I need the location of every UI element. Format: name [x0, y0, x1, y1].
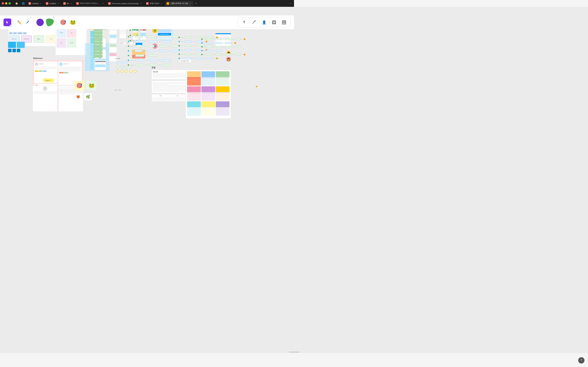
- title-bar: 🏠 🌐 F Untitled ✕ F Untitled ✕ F 96 ✕ F 5…: [0, 0, 294, 7]
- right-toolbar-sep-1: [249, 20, 249, 25]
- sticker-tools-group: 🎯 🐸: [59, 18, 77, 27]
- figma-favicon: F: [46, 2, 48, 5]
- tab-label: Free Icons Library (Community): [112, 2, 139, 5]
- tab-close-icon[interactable]: ✕: [40, 2, 42, 5]
- pen-tool-button[interactable]: ✏️: [16, 18, 23, 26]
- frame-icon: [272, 20, 276, 25]
- concept-label: 컨셉: [152, 66, 156, 69]
- svg-marker-4: [6, 21, 9, 24]
- stamp-tool-button[interactable]: 👤: [260, 19, 268, 26]
- svg-rect-7: [275, 21, 276, 22]
- right-toolbar-sep-2: [259, 20, 259, 25]
- browser-tabs: 🏠 🌐 F Untitled ✕ F Untitled ✕ F 96 ✕ F 5…: [13, 1, 288, 6]
- tab-untitled-2[interactable]: F Untitled ✕: [44, 1, 61, 6]
- connector-tool-button[interactable]: [251, 19, 258, 26]
- text-tool-button[interactable]: T: [241, 19, 248, 26]
- figma-favicon: F: [108, 2, 111, 5]
- select-arrow-icon: [6, 21, 9, 24]
- table-icon: [282, 20, 286, 25]
- tab-5week[interactable]: F 5주차 UIUX 디자인스쿨 클론디자인_당근 ✕: [75, 1, 106, 6]
- app-mockup-area: [185, 70, 231, 119]
- tab-home[interactable]: 🏠: [13, 1, 20, 6]
- svg-rect-5: [272, 21, 276, 24]
- text-wireframe-right: [109, 23, 117, 62]
- svg-rect-10: [282, 21, 286, 24]
- tab-close-icon[interactable]: ✕: [70, 2, 72, 5]
- table-tool-button[interactable]: [281, 19, 287, 26]
- connector-icon: [252, 20, 257, 25]
- tab-label: 회원가입UI: [150, 2, 159, 5]
- tab-close-icon[interactable]: ✕: [160, 2, 163, 5]
- blob-tool-button[interactable]: [45, 18, 54, 27]
- more-button[interactable]: More a...: [43, 78, 54, 82]
- bottom-toolbar: ▴ ✏️ 🖊️ ▴ ▴: [0, 15, 294, 29]
- concept-area: 컨셉 설명 항목: [152, 70, 187, 119]
- tab-current[interactable]: J 그룹프로젝트 피그잼 ✕: [165, 1, 193, 6]
- figma-favicon: F: [63, 2, 66, 5]
- right-toolbar-sep-4: [279, 20, 279, 25]
- svg-rect-6: [272, 21, 274, 22]
- bottom-tools-left: ▴ ✏️ 🖊️ ▴ ▴: [3, 18, 77, 27]
- tab-globe[interactable]: 🌐: [20, 1, 26, 6]
- frame-tool-button[interactable]: [270, 19, 277, 26]
- globe-icon: 🌐: [22, 2, 25, 5]
- toolbar-separator-3: [56, 19, 57, 25]
- example-label: Example: Re...: [179, 59, 191, 63]
- canvas-area[interactable]: 정보 Architecture 메인 검색 프로필 설정 화면 구조 네비게이션…: [0, 7, 294, 184]
- tab-96[interactable]: F 96 ✕: [62, 1, 74, 6]
- tab-untitled-1[interactable]: F Untitled ✕: [27, 1, 44, 6]
- tab-label: Untitled: [32, 2, 38, 5]
- svg-rect-8: [272, 23, 274, 24]
- figma-favicon: F: [76, 2, 79, 5]
- tab-close-icon[interactable]: ✕: [140, 2, 142, 5]
- dot-label: ••: [99, 57, 100, 59]
- maximize-button[interactable]: [9, 2, 11, 5]
- figjam-favicon: J: [167, 2, 169, 5]
- pen-expand-button[interactable]: ▴: [30, 17, 31, 18]
- new-tab-button[interactable]: +: [194, 1, 199, 6]
- figma-favicon: F: [146, 2, 148, 5]
- pen-tools-group: ✏️ 🖊️ ▴: [16, 18, 31, 26]
- sticker-2-button[interactable]: 🐸: [69, 18, 77, 27]
- bottom-tools-right: T 👤: [238, 17, 291, 27]
- svg-rect-9: [275, 23, 276, 24]
- figma-favicon: F: [28, 2, 31, 5]
- reference-label: Reference: [33, 57, 43, 59]
- tab-close-icon[interactable]: ✕: [102, 2, 104, 5]
- select-tool-expand[interactable]: ▴: [10, 25, 12, 26]
- tab-label: Untitled: [49, 2, 56, 5]
- traffic-lights: [2, 2, 11, 5]
- stamp-icon: 👤: [262, 20, 266, 25]
- marker-tool-button[interactable]: 🖊️: [24, 18, 31, 26]
- right-toolbar-sep-3: [269, 20, 269, 25]
- tab-label: 96: [67, 2, 69, 5]
- browser-more-button[interactable]: ···: [289, 1, 292, 5]
- tab-signup[interactable]: F 회원가입UI ✕: [144, 1, 164, 6]
- tab-label: 그룹프로젝트 피그잼: [170, 2, 188, 5]
- tab-label: 5주차 UIUX 디자인스쿨 클론디자인_당근: [80, 2, 101, 5]
- sitemap-area: 사이트맵 날짜 상태: [115, 58, 146, 92]
- home-icon: 🏠: [15, 2, 18, 5]
- tab-close-icon[interactable]: ✕: [189, 2, 191, 5]
- tab-free-icons[interactable]: F Free Icons Library (Community) ✕: [106, 1, 144, 6]
- close-button[interactable]: [2, 2, 4, 5]
- minimize-button[interactable]: [5, 2, 7, 5]
- circle-tool-button[interactable]: [36, 18, 44, 27]
- sticker-area: 🎯 🐸 🦊 🌿: [73, 79, 101, 114]
- text-icon: T: [243, 20, 245, 24]
- tab-close-icon[interactable]: ✕: [57, 2, 60, 5]
- sticker-1-button[interactable]: 🎯: [59, 18, 67, 27]
- shape-expand-button[interactable]: ▴: [53, 16, 54, 18]
- shape-tools-group: ▴: [36, 18, 54, 27]
